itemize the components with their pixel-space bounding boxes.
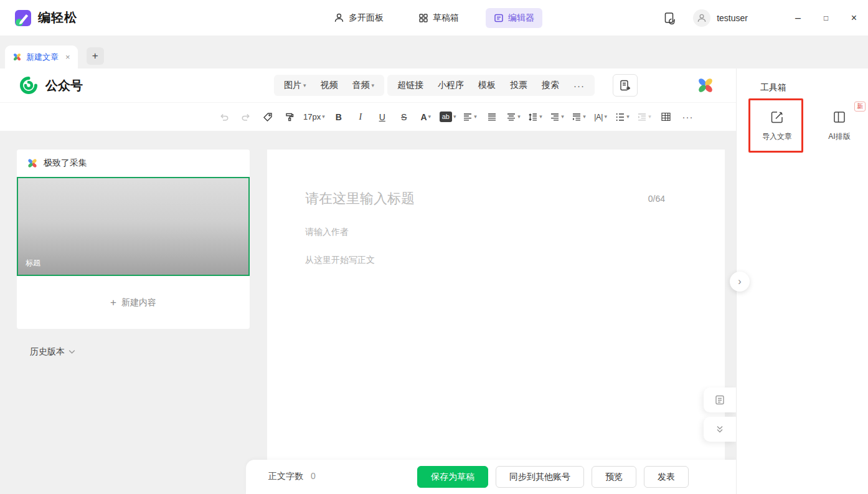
history-versions-label: 历史版本	[30, 346, 65, 358]
dropdown-caret: ▾	[372, 83, 375, 88]
tab-bar: 新建文章 × +	[0, 36, 868, 69]
top-nav: 多开面板 草稿箱 编辑器	[326, 8, 542, 28]
avatar[interactable]	[693, 9, 710, 27]
align-justify-icon	[487, 112, 497, 122]
platform-title: 公众号	[45, 77, 83, 94]
bold-button[interactable]: B	[331, 108, 347, 126]
redo-icon	[240, 112, 252, 123]
body-input[interactable]: 从这里开始写正文	[305, 255, 665, 266]
dropdown-caret: ▾	[604, 114, 607, 120]
toolbox-tools: 导入文章 新 AI排版	[737, 110, 868, 142]
nav-drafts[interactable]: 草稿箱	[410, 8, 467, 28]
person-icon	[334, 12, 344, 23]
app-logo: 编轻松	[0, 9, 77, 27]
scroll-to-bottom-button[interactable]	[704, 417, 736, 442]
close-button[interactable]: ×	[840, 0, 868, 36]
history-versions-button[interactable]: 历史版本	[30, 346, 75, 358]
align-justify-button[interactable]	[484, 108, 500, 126]
preview-button[interactable]: 预览	[592, 466, 636, 488]
insert-video-button[interactable]: 视频	[321, 80, 338, 91]
hyperlink-button[interactable]: 超链接	[397, 80, 423, 91]
title-input[interactable]: 请在这里输入标题	[305, 189, 415, 208]
grid-icon	[418, 13, 428, 23]
nav-multi-panel[interactable]: 多开面板	[326, 8, 392, 28]
font-color-button[interactable]: A ▾	[418, 108, 434, 126]
sync-accounts-button[interactable]: 同步到其他账号	[496, 466, 584, 488]
tab-close-icon[interactable]: ×	[65, 52, 70, 62]
search-label: 搜索	[542, 80, 559, 91]
insert-table-button[interactable]	[658, 108, 674, 126]
highlight-chip: ab	[440, 112, 452, 121]
more-format-button[interactable]: ···	[680, 108, 696, 126]
align-center-button[interactable]: ▾	[506, 108, 522, 126]
underline-button[interactable]: U	[374, 108, 390, 126]
tag-icon	[263, 112, 273, 122]
dropdown-caret: ▾	[539, 114, 542, 120]
align-right-button[interactable]: ▾	[549, 108, 565, 126]
dropdown-caret: ▾	[322, 114, 325, 120]
paragraph-spacing-icon	[572, 112, 582, 122]
font-size-select[interactable]: 17px ▾	[303, 108, 325, 126]
title-counter: 0/64	[648, 194, 665, 204]
export-doc-button[interactable]	[613, 74, 638, 97]
dropdown-caret: ▾	[474, 114, 477, 120]
editor-canvas[interactable]: 请在这里输入标题 0/64 请输入作者 从这里开始写正文	[267, 150, 725, 494]
line-height-button[interactable]: ▾	[527, 108, 544, 126]
insert-image-button[interactable]: 图片 ▾	[284, 80, 306, 91]
collapse-sidebar-button[interactable]: ›	[730, 272, 750, 292]
mini-program-button[interactable]: 小程序	[438, 80, 464, 91]
chevron-right-icon: ›	[738, 276, 741, 287]
redo-button[interactable]	[238, 108, 254, 126]
import-article-tool[interactable]: 导入文章	[759, 110, 795, 142]
more-insert-button[interactable]: ···	[573, 80, 585, 91]
save-draft-button[interactable]: 保存为草稿	[417, 466, 488, 488]
word-count: 正文字数0	[268, 471, 316, 482]
indent-button[interactable]: ▾	[636, 108, 653, 126]
template-button[interactable]: 模板	[478, 80, 496, 91]
toolbox-title: 工具箱	[760, 82, 868, 93]
paragraph-spacing-button[interactable]: ▾	[571, 108, 587, 126]
thumbnail-title-label: 标题	[26, 258, 40, 268]
format-painter-button[interactable]	[281, 108, 298, 126]
ai-layout-tool[interactable]: 新 AI排版	[821, 110, 857, 142]
publish-button[interactable]: 发表	[644, 466, 689, 488]
material-library-button[interactable]	[704, 387, 736, 412]
jizhile-logo[interactable]	[696, 76, 715, 95]
hyperlink-label: 超链接	[397, 80, 423, 91]
undo-icon	[219, 112, 230, 123]
clear-format-button[interactable]	[260, 108, 276, 126]
bullet-list-button[interactable]: ▾	[615, 108, 631, 126]
new-tab-button[interactable]: +	[87, 47, 104, 65]
double-chevron-down-icon	[715, 425, 724, 434]
italic-button[interactable]: I	[352, 108, 369, 126]
highlight-color-button[interactable]: ab ▾	[440, 108, 456, 126]
vote-button[interactable]: 投票	[510, 80, 527, 91]
dropdown-caret: ▾	[561, 114, 564, 120]
word-count-label: 正文字数	[268, 471, 303, 481]
align-left-button[interactable]: ▾	[462, 108, 478, 126]
article-thumbnail[interactable]: 标题	[17, 177, 250, 276]
nav-editor[interactable]: 编辑器	[486, 8, 542, 28]
insert-media-group: 图片 ▾ 视频 音频 ▾	[274, 75, 384, 96]
minimize-button[interactable]: –	[784, 0, 812, 36]
titlebar: 编轻松 多开面板 草稿箱 编辑器 testuser – □ ×	[0, 0, 868, 36]
chevron-down-icon	[68, 349, 75, 354]
maximize-button[interactable]: □	[812, 0, 840, 36]
avatar-person-icon	[697, 13, 707, 23]
tab-new-article[interactable]: 新建文章 ×	[5, 45, 78, 69]
author-input[interactable]: 请输入作者	[305, 227, 665, 238]
toolbox-panel: 工具箱 导入文章 新 AI排版	[736, 69, 868, 494]
bottom-bar: 正文字数0 保存为草稿 同步到其他账号 预览 发表	[246, 460, 736, 494]
insert-audio-button[interactable]: 音频 ▾	[352, 80, 375, 91]
collect-panel-header: 极致了采集	[17, 150, 250, 177]
letter-spacing-button[interactable]: |A| ▾	[593, 108, 609, 126]
pinwheel-icon	[12, 52, 22, 62]
dropdown-caret: ▾	[453, 114, 456, 120]
new-content-button[interactable]: + 新建内容	[17, 276, 250, 329]
strikethrough-button[interactable]: S	[396, 108, 412, 126]
nav-multi-panel-label: 多开面板	[349, 12, 384, 24]
tab-label: 新建文章	[26, 52, 59, 63]
search-button[interactable]: 搜索	[542, 80, 559, 91]
doc-sync-icon[interactable]	[663, 11, 677, 25]
undo-button[interactable]	[216, 108, 232, 126]
